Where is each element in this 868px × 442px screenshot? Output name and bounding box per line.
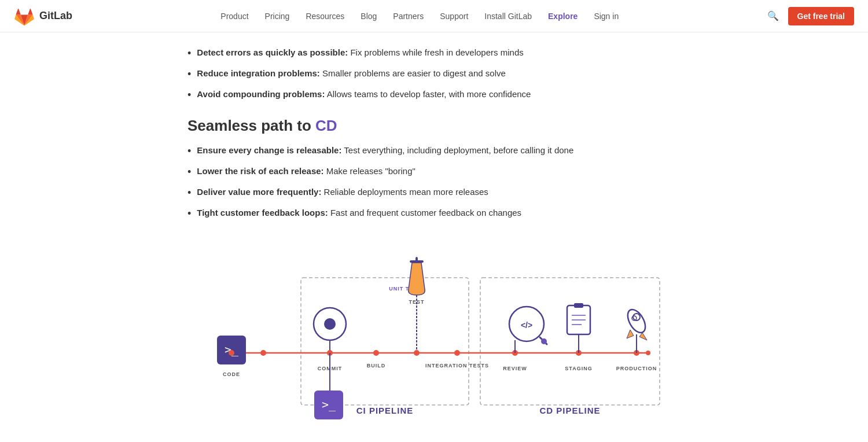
svg-point-50: [646, 351, 650, 355]
svg-text:>_: >_: [322, 397, 336, 411]
bullet-detect: Detect errors as quickly as possible: Fi…: [187, 46, 681, 61]
search-icon[interactable]: 🔍: [767, 10, 779, 21]
svg-point-22: [414, 350, 420, 356]
nav-links: Product Pricing Resources Blog Partners …: [220, 12, 619, 21]
svg-point-19: [415, 257, 418, 261]
main-content: Detect errors as quickly as possible: Fi…: [174, 0, 694, 442]
nav-install[interactable]: Install GitLab: [484, 12, 532, 21]
svg-text:CI PIPELINE: CI PIPELINE: [356, 406, 414, 415]
nav-support[interactable]: Support: [440, 12, 468, 21]
svg-rect-1: [480, 278, 660, 405]
nav-blog[interactable]: Blog: [361, 12, 377, 21]
nav-resources[interactable]: Resources: [306, 12, 344, 21]
cd-link[interactable]: CD: [315, 117, 337, 134]
svg-point-33: [541, 338, 547, 344]
nav-right: 🔍 Get free trial: [767, 7, 854, 25]
bullet-releasable: Ensure every change is releasable: Test …: [187, 144, 681, 159]
nav-signin[interactable]: Sign in: [594, 12, 619, 21]
gitlab-logo-icon: [14, 6, 35, 27]
bullet-feedback: Tight customer feedback loops: Fast and …: [187, 207, 681, 222]
top-bullet-list: Detect errors as quickly as possible: Fi…: [187, 46, 681, 103]
svg-text:</>: </>: [521, 321, 532, 330]
svg-text:REVIEW: REVIEW: [503, 366, 527, 371]
bullet-value: Deliver value more frequently: Reliable …: [187, 186, 681, 201]
nav-explore[interactable]: Explore: [548, 12, 578, 21]
bullet-reduce-text: Reduce integration problems: Smaller pro…: [197, 67, 506, 80]
nav-partners[interactable]: Partners: [393, 12, 424, 21]
nav-logo[interactable]: GitLab: [14, 6, 72, 27]
bullet-detect-text: Detect errors as quickly as possible: Fi…: [197, 46, 523, 60]
pipeline-svg: CI PIPELINE CD PIPELINE >_ CODE COMMIT B…: [197, 243, 671, 422]
svg-text:CODE: CODE: [223, 371, 240, 377]
svg-text:INTEGRATION TESTS: INTEGRATION TESTS: [425, 363, 489, 369]
svg-text:PRODUCTION: PRODUCTION: [616, 366, 657, 371]
seamless-bullet-list: Ensure every change is releasable: Test …: [187, 144, 681, 222]
bullet-risk: Lower the risk of each release: Make rel…: [187, 165, 681, 180]
svg-rect-38: [574, 303, 583, 308]
pipeline-diagram: CI PIPELINE CD PIPELINE >_ CODE COMMIT B…: [187, 240, 681, 425]
svg-text:BUILD: BUILD: [367, 363, 386, 369]
nav-pricing[interactable]: Pricing: [265, 12, 290, 21]
nav-logo-text: GitLab: [39, 10, 72, 22]
svg-rect-0: [301, 278, 469, 405]
svg-point-11: [324, 318, 336, 330]
get-free-trial-button[interactable]: Get free trial: [788, 7, 854, 25]
svg-text:STAGING: STAGING: [565, 366, 592, 371]
nav-product[interactable]: Product: [220, 12, 248, 21]
svg-text:CD PIPELINE: CD PIPELINE: [539, 406, 600, 415]
svg-point-7: [229, 350, 234, 356]
svg-point-15: [373, 350, 379, 356]
bullet-reduce: Reduce integration problems: Smaller pro…: [187, 67, 681, 82]
seamless-heading: Seamless path to CD: [187, 117, 681, 135]
svg-point-9: [260, 350, 266, 356]
navbar: GitLab Product Pricing Resources Blog Pa…: [0, 0, 868, 32]
svg-point-23: [454, 350, 460, 356]
bullet-avoid-text: Avoid compounding problems: Allows teams…: [197, 88, 531, 101]
bullet-avoid: Avoid compounding problems: Allows teams…: [187, 88, 681, 103]
